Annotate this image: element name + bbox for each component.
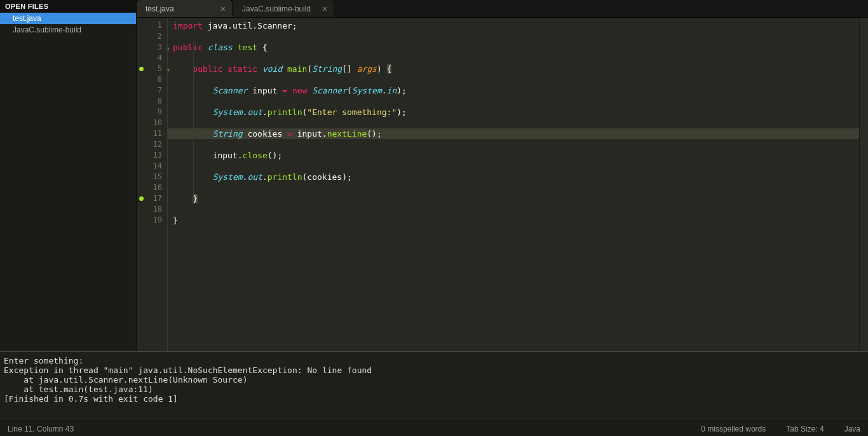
code-line[interactable] bbox=[168, 96, 859, 107]
code-line[interactable]: import java.util.Scanner; bbox=[168, 20, 859, 31]
code-line[interactable]: } bbox=[168, 193, 859, 204]
status-bar: Line 11, Column 43 0 misspelled words Ta… bbox=[0, 421, 868, 436]
gutter-marker-icon bbox=[139, 67, 144, 71]
code-line[interactable] bbox=[168, 74, 859, 85]
line-number[interactable]: 9 bbox=[137, 107, 167, 118]
sidebar: OPEN FILES test.javaJavaC.sublime-build bbox=[0, 0, 137, 351]
status-position[interactable]: Line 11, Column 43 bbox=[8, 425, 701, 433]
status-spell[interactable]: 0 misspelled words bbox=[701, 425, 766, 433]
code-area[interactable]: import java.util.Scanner;public class te… bbox=[167, 18, 859, 351]
line-number[interactable]: 6 bbox=[137, 74, 167, 85]
indent-guide bbox=[193, 42, 194, 204]
sidebar-header: OPEN FILES bbox=[0, 0, 136, 13]
scrollbar[interactable] bbox=[859, 18, 868, 351]
code-line[interactable]: Scanner input = new Scanner(System.in); bbox=[168, 85, 859, 96]
code-line[interactable]: input.close(); bbox=[168, 150, 859, 161]
line-number[interactable]: 5▼ bbox=[137, 64, 167, 74]
status-tabsize[interactable]: Tab Size: 4 bbox=[786, 425, 824, 433]
code-line[interactable] bbox=[168, 53, 859, 64]
line-number[interactable]: 16 bbox=[137, 182, 167, 193]
line-number[interactable]: 19 bbox=[137, 215, 167, 226]
close-icon[interactable]: × bbox=[220, 4, 226, 14]
code-line[interactable] bbox=[168, 161, 859, 172]
code-line[interactable]: System.out.println(cookies); bbox=[168, 172, 859, 182]
gutter: 123▼45▼678910111213141516171819 bbox=[137, 18, 167, 351]
line-number[interactable]: 3▼ bbox=[137, 42, 167, 53]
code-line[interactable]: String cookies = input.nextLine(); bbox=[168, 128, 859, 139]
tab-bar: test.java×JavaC.sublime-build× bbox=[137, 0, 868, 18]
code-line[interactable] bbox=[168, 139, 859, 150]
line-number[interactable]: 1 bbox=[137, 20, 167, 31]
code-line[interactable]: System.out.println("Enter something:"); bbox=[168, 107, 859, 118]
code-line[interactable] bbox=[168, 204, 859, 215]
line-number[interactable]: 4 bbox=[137, 53, 167, 64]
line-number[interactable]: 13 bbox=[137, 150, 167, 161]
main-split: OPEN FILES test.javaJavaC.sublime-build … bbox=[0, 0, 868, 351]
code-line[interactable]: public static void main(String[] args) { bbox=[168, 64, 859, 74]
line-number[interactable]: 10 bbox=[137, 118, 167, 128]
line-number[interactable]: 17 bbox=[137, 193, 167, 204]
close-icon[interactable]: × bbox=[322, 4, 327, 14]
build-output-panel[interactable]: Enter something: Exception in thread "ma… bbox=[0, 351, 868, 421]
code-line[interactable] bbox=[168, 118, 859, 128]
editor-column: test.java×JavaC.sublime-build× 123▼45▼67… bbox=[137, 0, 868, 351]
code-line[interactable]: public class test { bbox=[168, 42, 859, 53]
code-line[interactable] bbox=[168, 31, 859, 42]
line-number[interactable]: 12 bbox=[137, 139, 167, 150]
line-number[interactable]: 18 bbox=[137, 204, 167, 215]
line-number[interactable]: 2 bbox=[137, 31, 167, 42]
code-line[interactable] bbox=[168, 182, 859, 193]
gutter-marker-icon bbox=[139, 196, 144, 201]
editor-area[interactable]: 123▼45▼678910111213141516171819 import j… bbox=[137, 18, 868, 351]
line-number[interactable]: 14 bbox=[137, 161, 167, 172]
line-number[interactable]: 8 bbox=[137, 96, 167, 107]
status-syntax[interactable]: Java bbox=[844, 425, 860, 433]
tab-label: test.java bbox=[146, 4, 174, 13]
line-number[interactable]: 15 bbox=[137, 172, 167, 182]
sidebar-item[interactable]: test.java bbox=[0, 13, 136, 24]
tab[interactable]: JavaC.sublime-build× bbox=[233, 0, 334, 17]
tab-label: JavaC.sublime-build bbox=[242, 4, 311, 13]
sidebar-item[interactable]: JavaC.sublime-build bbox=[0, 24, 136, 36]
line-number[interactable]: 7 bbox=[137, 85, 167, 96]
code-line[interactable]: } bbox=[168, 215, 859, 226]
line-number[interactable]: 11 bbox=[137, 128, 167, 139]
tab[interactable]: test.java× bbox=[137, 0, 232, 17]
